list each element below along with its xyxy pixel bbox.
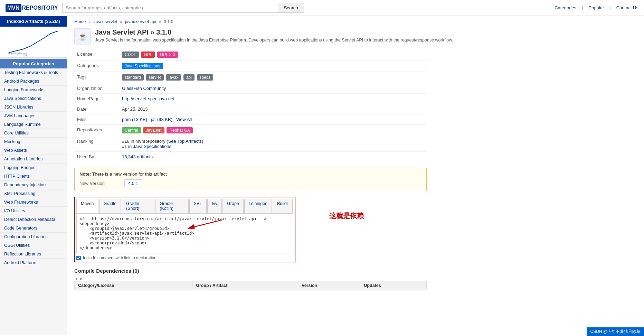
artifact-icon-glyph: ☕ [78,32,87,41]
breadcrumb-group[interactable]: javax.servlet [93,19,117,24]
category-tag[interactable]: Java Specifications [122,63,163,69]
dependency-tabs: Maven Gradle Gradle (Short) Gradle (Kotl… [76,199,293,213]
sidebar-item-json[interactable]: JSON Libraries [0,103,67,112]
repo-redhat: Redhat GA [167,127,192,133]
file-jar-link[interactable]: jar (93 KB) [151,117,172,122]
logo-repo: REPOSITORY [22,5,58,11]
organization-link[interactable]: GlassFish Community [122,86,166,91]
tab-gradle-short[interactable]: Gradle (Short) [122,199,154,213]
repositories-label: Repositories [74,125,119,136]
search-bar: Search [62,3,304,13]
dependency-code-box[interactable]: <!-- https://mvnrepository.com/artifact/… [76,213,293,253]
nav-sep-1: | [582,5,583,10]
layout: Indexed Artifacts (35.2M) Projects (Mill… [0,16,644,335]
annotation-chinese-label: 这就是依赖 [329,211,364,221]
logo-mvn: MVN [6,4,21,12]
search-input[interactable] [62,3,278,13]
sidebar-item-android-packages[interactable]: Android Packages [0,77,67,86]
sidebar-item-jvm[interactable]: JVM Languages [0,112,67,120]
sidebar-item-logging[interactable]: Logging Frameworks [0,86,67,94]
tab-maven[interactable]: Maven [76,199,98,213]
new-version-value: 4.0.1 [124,179,142,187]
homepage-link[interactable]: http://servlet-spec.java.net [122,96,174,101]
tags-label: Tags [74,72,119,83]
sidebar-item-io[interactable]: I/O Utilities [0,207,67,215]
breadcrumb-version: 3.1.0 [164,19,173,24]
sidebar-item-http[interactable]: HTTP Clients [0,172,67,181]
date-value: Apr 25, 2013 [119,104,427,114]
date-row: Date Apr 25, 2013 [74,104,427,114]
sidebar-item-java-specs[interactable]: Java Specifications [0,94,67,103]
used-by-value: 18,343 artifacts [119,152,427,162]
tag-javax: javax [166,74,181,81]
sidebar-item-lang-runtime[interactable]: Language Runtime [0,120,67,129]
breadcrumb-home[interactable]: Home [74,19,86,24]
sidebar-item-osgi[interactable]: OSGi Utilities [0,241,67,250]
categories-row: Categories Java Specifications [74,60,427,72]
tag-servlet: servlet [146,74,163,81]
categories-label: Categories [74,60,119,72]
java-specifications-link[interactable]: Java Specifications [133,144,171,149]
organization-label: Organization [74,83,119,94]
nav-popular[interactable]: Popular [588,5,604,10]
sidebar-item-logging-bridges[interactable]: Logging Bridges [0,164,67,172]
repositories-row: Repositories Central Java.net Redhat GA [74,125,427,136]
tag-standard: standard [122,74,144,81]
tab-leiningen[interactable]: Leiningen [244,199,272,213]
tag-gpl2: GPL 2.0 [157,52,178,58]
sidebar-item-config[interactable]: Configuration Libraries [0,233,67,241]
sidebar-item-mocking[interactable]: Mocking [0,138,67,146]
sidebar: Indexed Artifacts (35.2M) Projects (Mill… [0,16,67,335]
tab-gradle-kotlin[interactable]: Gradle (Kotlin) [155,199,188,213]
sidebar-item-testing[interactable]: Testing Frameworks & Tools [0,68,67,77]
col-updates: Updates [360,281,427,290]
date-label: Date [74,104,119,114]
artifact-title: Java Servlet API » 3.1.0 [95,28,453,36]
nav-sep-2: | [609,5,610,10]
sidebar-item-code-gen[interactable]: Code Generators [0,224,67,233]
sidebar-item-reflection[interactable]: Reflection Libraries [0,250,67,259]
tab-buildr[interactable]: Buildr [273,199,293,213]
note-box: Note: There is a new version for this ar… [74,168,427,191]
sidebar-item-android-platform[interactable]: Android Platform [0,259,67,267]
tags-value: standard servlet javax api specs [119,72,427,83]
homepage-label: HomePage [74,94,119,104]
sidebar-item-web-assets[interactable]: Web Assets [0,146,67,155]
file-view-all-link[interactable]: View All [176,117,192,122]
tab-ivy[interactable]: Ivy [207,199,222,213]
include-comment-checkbox[interactable] [76,256,81,260]
breadcrumb-artifact[interactable]: javax.servlet-api [125,19,156,24]
projects-chart: Projects (Millions) Year [6,28,61,56]
tab-grape[interactable]: Grape [222,199,244,213]
include-comment-label: Include comment with link to declaration [83,255,157,260]
files-row: Files pom (13 KB) jar (93 KB) View All [74,114,427,125]
info-table: License CDDL GPL GPL 2.0 Categories Java… [74,49,427,162]
scroll-right[interactable]: ► [79,277,83,281]
nav-contact[interactable]: Contact Us [616,5,638,10]
file-pom-link[interactable]: pom (13 KB) [122,117,147,122]
search-button[interactable]: Search [278,3,304,13]
col-category: Category/License [75,281,192,290]
sidebar-item-di[interactable]: Dependency Injection [0,181,67,189]
used-by-link[interactable]: 18,343 artifacts [122,154,153,159]
see-top-artifacts-link[interactable]: See Top Artifacts [168,139,202,144]
ranking-label: Ranking [74,136,119,152]
sidebar-item-xml[interactable]: XML Processing [0,189,67,198]
nav-categories[interactable]: Categories [555,5,576,10]
logo[interactable]: MVN REPOSITORY [6,4,58,12]
artifact-icon: ☕ [74,28,91,45]
sidebar-item-annotation[interactable]: Annotation Libraries [0,155,67,164]
sidebar-item-core-utils[interactable]: Core Utilities [0,129,67,138]
scroll-left[interactable]: ◄ [74,277,78,281]
breadcrumb: Home » javax.servlet » javax.servlet-api… [74,19,637,24]
tab-gradle[interactable]: Gradle [99,199,121,213]
tab-sbt[interactable]: SBT [189,199,207,213]
sidebar-item-web-frameworks[interactable]: Web Frameworks [0,198,67,207]
tag-api: api [183,74,195,81]
new-version-row: New Version 4.0.1 [79,179,422,187]
chart-area: Projects (Millions) Year [0,27,67,58]
main-content: Home » javax.servlet » javax.servlet-api… [67,16,644,335]
header: MVN REPOSITORY Search Categories | Popul… [0,0,644,16]
sidebar-item-defect[interactable]: Defect Detection Metadata [0,215,67,224]
ranking-line2: #1 in Java Specifications [122,144,424,149]
